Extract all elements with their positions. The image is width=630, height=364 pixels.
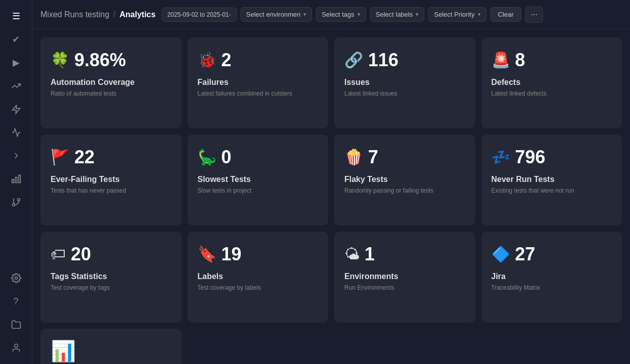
metric-title-defects: Defects bbox=[491, 78, 612, 87]
svg-rect-1 bbox=[15, 177, 17, 183]
metric-title-labels: Labels bbox=[198, 272, 319, 281]
trend-icon[interactable] bbox=[6, 76, 26, 96]
lightning-icon[interactable] bbox=[6, 99, 26, 119]
metric-title-issues: Issues bbox=[344, 78, 465, 87]
metric-subtitle-never-run-tests: Existing tests that were not run bbox=[491, 187, 612, 194]
metric-value-row: 🌤 1 bbox=[344, 244, 465, 265]
breadcrumb-project: Mixed Runs testing bbox=[40, 10, 109, 19]
metric-card-slowest-tests[interactable]: 🦕 0 Slowest Tests Slow tests in project bbox=[188, 134, 329, 225]
metric-number-issues: 116 bbox=[368, 50, 398, 71]
metric-number-defects: 8 bbox=[515, 50, 525, 71]
user-icon[interactable] bbox=[6, 338, 26, 358]
metric-number-tags-statistics: 20 bbox=[71, 244, 91, 265]
env-arrow-icon: ▾ bbox=[303, 11, 306, 18]
metric-title-jira: Jira bbox=[491, 272, 612, 281]
metric-subtitle-flaky-tests: Randomly passing or failing tests bbox=[344, 187, 465, 194]
metric-number-environments: 1 bbox=[365, 244, 375, 265]
metric-emoji-never-run-tests: 💤 bbox=[491, 150, 510, 165]
metric-number-automation-coverage: 9.86% bbox=[74, 50, 126, 71]
metric-emoji-issues: 🔗 bbox=[344, 53, 363, 68]
more-options-button[interactable]: ··· bbox=[525, 7, 543, 23]
help-icon[interactable]: ? bbox=[6, 291, 26, 311]
header: Mixed Runs testing / Analytics 2025-09-0… bbox=[32, 0, 630, 29]
breadcrumb-current: Analytics bbox=[120, 10, 156, 19]
metric-emoji-environments: 🌤 bbox=[344, 247, 359, 262]
svg-point-4 bbox=[17, 199, 20, 201]
metric-subtitle-environments: Run Environments bbox=[344, 284, 465, 291]
metrics-grid: 🍀 9.86% Automation Coverage Ratio of aut… bbox=[32, 29, 630, 364]
metric-title-flaky-tests: Flaky Tests bbox=[344, 175, 465, 184]
priority-arrow-icon: ▾ bbox=[478, 11, 481, 18]
metric-emoji-jira: 🔷 bbox=[491, 247, 510, 262]
hamburger-icon[interactable]: ☰ bbox=[6, 6, 26, 26]
metric-emoji-labels: 🔖 bbox=[198, 247, 216, 262]
metric-value-row: 🐞 2 bbox=[198, 50, 319, 71]
metric-card-tags-statistics[interactable]: 🏷 20 Tags Statistics Test coverage by ta… bbox=[40, 232, 182, 323]
chart-emoji-row: 📊 bbox=[51, 341, 171, 361]
metric-subtitle-tags-statistics: Test coverage by tags bbox=[51, 284, 171, 291]
metric-number-slowest-tests: 0 bbox=[221, 147, 232, 168]
metric-card-chart-card[interactable]: 📊 bbox=[40, 329, 182, 364]
header-filters: 2025-09-02 to 2025-01- Select environmen… bbox=[162, 7, 622, 23]
metric-number-jira: 27 bbox=[515, 244, 535, 265]
metric-title-failures: Failures bbox=[198, 78, 319, 87]
metric-value-row: 🍿 7 bbox=[344, 147, 465, 168]
metric-card-labels[interactable]: 🔖 19 Labels Test coverage by labels bbox=[188, 232, 329, 323]
metric-number-ever-failing: 22 bbox=[74, 147, 95, 168]
terminal-icon[interactable] bbox=[6, 146, 26, 166]
metric-emoji-automation-coverage: 🍀 bbox=[51, 53, 69, 68]
metric-value-row: 🔖 19 bbox=[198, 244, 319, 265]
metric-title-slowest-tests: Slowest Tests bbox=[198, 175, 319, 184]
metric-subtitle-defects: Latest linked defects bbox=[491, 90, 612, 97]
metric-emoji-ever-failing: 🚩 bbox=[51, 150, 69, 165]
metric-card-jira[interactable]: 🔷 27 Jira Traceability Matrix bbox=[481, 232, 622, 323]
svg-point-5 bbox=[12, 204, 15, 206]
metric-card-flaky-tests[interactable]: 🍿 7 Flaky Tests Randomly passing or fail… bbox=[334, 134, 475, 225]
metric-card-never-run-tests[interactable]: 💤 796 Never Run Tests Existing tests tha… bbox=[481, 134, 622, 225]
main-content: Mixed Runs testing / Analytics 2025-09-0… bbox=[32, 0, 630, 364]
labels-select[interactable]: Select labels ▾ bbox=[370, 7, 425, 22]
metric-emoji-tags-statistics: 🏷 bbox=[51, 247, 66, 262]
svg-rect-0 bbox=[19, 175, 20, 183]
clear-button[interactable]: Clear bbox=[490, 7, 521, 22]
labels-arrow-icon: ▾ bbox=[416, 11, 419, 18]
check-icon[interactable]: ✔ bbox=[6, 29, 26, 50]
metric-value-row: 🍀 9.86% bbox=[51, 50, 171, 71]
branch-icon[interactable] bbox=[6, 192, 26, 212]
metric-card-issues[interactable]: 🔗 116 Issues Latest linked issues bbox=[334, 37, 475, 128]
folder-icon[interactable] bbox=[6, 314, 26, 335]
sidebar: ☰ ✔ ▶ ? bbox=[0, 0, 32, 364]
activity-icon[interactable] bbox=[6, 122, 26, 143]
priority-select[interactable]: Select Priority ▾ bbox=[428, 7, 486, 22]
metric-card-automation-coverage[interactable]: 🍀 9.86% Automation Coverage Ratio of aut… bbox=[40, 37, 182, 128]
metric-value-row: 🔷 27 bbox=[491, 244, 612, 265]
metric-subtitle-jira: Traceability Matrix bbox=[491, 284, 612, 291]
bar-chart-icon[interactable] bbox=[6, 169, 26, 189]
metric-number-failures: 2 bbox=[221, 50, 232, 71]
env-select[interactable]: Select environmen ▾ bbox=[241, 7, 312, 22]
metric-card-defects[interactable]: 🚨 8 Defects Latest linked defects bbox=[481, 37, 622, 128]
settings-icon[interactable] bbox=[6, 268, 26, 288]
metric-value-row: 🚩 22 bbox=[51, 147, 171, 168]
metric-emoji-failures: 🐞 bbox=[198, 53, 216, 68]
play-icon[interactable]: ▶ bbox=[6, 53, 26, 73]
metric-subtitle-ever-failing: Tests that has never passed bbox=[51, 187, 171, 194]
metric-emoji-slowest-tests: 🦕 bbox=[198, 150, 216, 165]
metric-subtitle-labels: Test coverage by labels bbox=[198, 284, 319, 291]
metric-title-ever-failing: Ever-Failing Tests bbox=[51, 175, 171, 184]
metric-card-ever-failing[interactable]: 🚩 22 Ever-Failing Tests Tests that has n… bbox=[40, 134, 182, 225]
metric-subtitle-automation-coverage: Ratio of automated tests bbox=[51, 90, 171, 97]
metric-emoji-flaky-tests: 🍿 bbox=[344, 150, 363, 165]
metric-title-never-run-tests: Never Run Tests bbox=[491, 175, 612, 184]
svg-point-6 bbox=[15, 277, 17, 280]
metric-title-automation-coverage: Automation Coverage bbox=[51, 78, 171, 87]
metric-card-environments[interactable]: 🌤 1 Environments Run Environments bbox=[334, 232, 475, 323]
svg-rect-2 bbox=[12, 179, 13, 183]
tags-select[interactable]: Select tags ▾ bbox=[316, 7, 366, 22]
metric-card-failures[interactable]: 🐞 2 Failures Latest failures combined in… bbox=[188, 37, 329, 128]
chart-icon: 📊 bbox=[51, 341, 76, 361]
metric-number-labels: 19 bbox=[221, 244, 242, 265]
metric-value-row: 🔗 116 bbox=[344, 50, 465, 71]
metric-title-tags-statistics: Tags Statistics bbox=[51, 272, 171, 281]
date-filter[interactable]: 2025-09-02 to 2025-01- bbox=[162, 8, 237, 22]
